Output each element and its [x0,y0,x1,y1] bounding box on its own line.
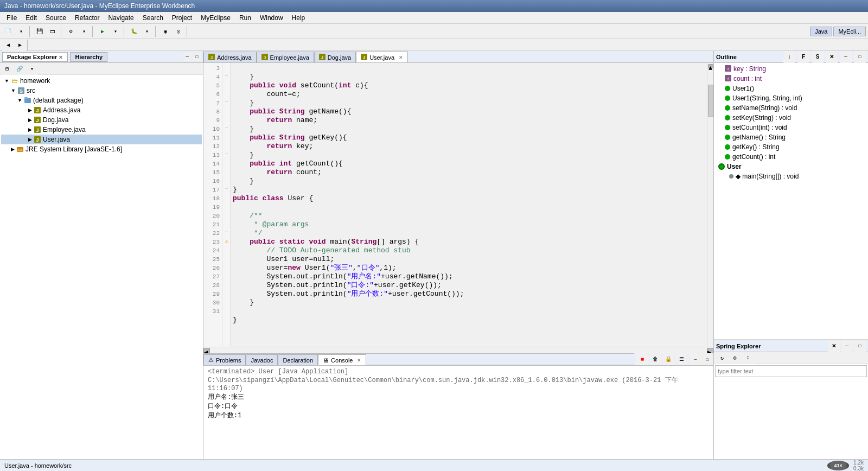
menu-myeclipse[interactable]: MyEclipse [196,13,235,23]
perspective-myeclipse[interactable]: MyEcli... [833,27,866,36]
tree-default-package[interactable]: ▼ (default package) [1,96,202,105]
tab-declaration[interactable]: Declaration [278,354,318,365]
menu-source[interactable]: Source [41,13,71,23]
spring-config-btn[interactable]: ⚙ [729,352,741,364]
menu-run[interactable]: Run [235,13,256,23]
minimize-console[interactable]: ─ [690,353,701,365]
expand-jre-icon: ▶ [11,147,15,152]
tree-src[interactable]: ▼ S src [1,86,202,96]
menu-project[interactable]: Project [168,13,196,23]
toolbar-btn4[interactable]: ▾ [78,26,90,37]
outline-constructor2[interactable]: User1(String, String, int) [715,93,867,103]
menu-edit[interactable]: Edit [21,13,41,23]
toolbar-save-all[interactable]: 🗃 [47,26,59,37]
scrollbar-up-btn[interactable]: ▲ [708,64,713,68]
toolbar-debug-dropdown[interactable]: ▾ [141,26,153,37]
outline-getname[interactable]: getName() : String [715,132,867,142]
collapse-btn-5[interactable]: − [222,98,231,106]
maximize-outline[interactable]: □ [854,51,866,63]
outline-sort-btn[interactable]: ↕ [783,51,795,63]
tab-package-explorer[interactable]: Package Explorer ✕ [2,52,68,62]
outline-setname[interactable]: setName(String) : void [715,103,867,113]
outline-count[interactable]: f count : int [715,74,867,84]
tree-dog-java[interactable]: ▶ J Dog.java [1,115,202,125]
menu-help[interactable]: Help [288,13,310,23]
scrollbar-thumb[interactable] [708,85,713,117]
console-menu-btn[interactable]: ☰ [675,353,687,365]
collapse-btn-8[interactable]: − [222,124,231,132]
outline-getkey[interactable]: getKey() : String [715,142,867,152]
collapse-all-btn[interactable]: ⊟ [1,63,13,75]
menu-window[interactable]: Window [256,13,288,23]
toolbar-new[interactable]: 📄 [2,26,14,37]
code-content[interactable]: } public void setCount(int c){ count=c; … [231,63,707,347]
tree-jre[interactable]: ▶ JRE JRE System Library [JavaSE-1.6] [1,144,202,154]
memory-indicator[interactable]: 41× [827,461,849,470]
tab-user-java[interactable]: J User.java ✕ [356,52,408,62]
tab-javadoc[interactable]: Javadoc [246,354,278,365]
outline-hide-static-btn[interactable]: S [812,51,824,63]
minimize-outline[interactable]: ─ [840,51,852,63]
menu-file[interactable]: File [2,13,21,23]
menu-refactor[interactable]: Refactor [71,13,104,23]
collapse-btn-2[interactable]: − [222,72,231,80]
minimize-spring[interactable]: ─ [841,340,853,352]
outline-constructor1[interactable]: User1() [715,84,867,93]
collapse-btn-20[interactable]: − [222,228,231,237]
scroll-left-btn[interactable]: ◀ [203,348,210,353]
maximize-console[interactable]: □ [701,353,713,365]
forward-btn[interactable]: ▶ [14,39,26,51]
back-btn[interactable]: ◀ [2,39,14,51]
toolbar-run-dropdown[interactable]: ▾ [110,26,122,37]
clear-console-btn[interactable]: 🗑 [649,353,661,365]
link-with-editor-btn[interactable]: 🔗 [14,63,25,75]
minimize-left[interactable]: ─ [183,53,191,61]
close-package-explorer-icon[interactable]: ✕ [59,55,63,60]
toolbar-save[interactable]: 💾 [34,26,46,37]
tree-homework[interactable]: ▼ 🗁 homework [1,76,202,86]
tab-dog-java[interactable]: J Dog.java [314,52,356,62]
spring-filter-input[interactable] [715,365,867,377]
tab-problems[interactable]: ⚠ Problems [203,354,246,365]
outline-setkey[interactable]: setKey(String) : void [715,113,867,123]
spring-refresh-btn[interactable]: ↻ [716,352,728,364]
spring-close-icon[interactable]: ✕ [828,340,840,352]
spring-sort-btn[interactable]: ↕ [742,352,754,364]
toolbar-btn6[interactable]: ◎ [173,26,184,37]
close-console-icon[interactable]: ✕ [357,358,361,363]
toolbar-btn2[interactable]: ▾ [15,26,27,37]
menu-navigate[interactable]: Navigate [104,13,138,23]
collapse-btn-11[interactable]: − [222,150,231,158]
tab-address-java[interactable]: J Address.java [203,52,257,62]
tree-user-java[interactable]: ▶ J User.java [1,135,202,144]
outline-main[interactable]: ◆ main(String[]) : void [715,171,867,181]
scroll-right-btn[interactable]: ▶ [707,348,713,353]
perspective-java[interactable]: Java [810,27,832,36]
menu-search[interactable]: Search [138,13,168,23]
editor-horizontal-scrollbar[interactable]: ◀ ▶ [203,347,713,353]
outline-user-class[interactable]: User [715,162,867,171]
maximize-spring[interactable]: □ [854,340,866,352]
tab-employee-java[interactable]: J Employee.java [257,52,314,62]
outline-key[interactable]: f key : String [715,64,867,74]
toolbar-debug[interactable]: 🐛 [128,26,140,37]
tree-address-java[interactable]: ▶ J Address.java [1,105,202,115]
toolbar-btn5[interactable]: ◉ [159,26,171,37]
console-scroll-lock-btn[interactable]: 🔒 [662,353,674,365]
stop-btn[interactable]: ■ [636,353,648,365]
close-user-tab-icon[interactable]: ✕ [399,55,403,60]
tree-employee-java[interactable]: ▶ J Employee.java [1,125,202,135]
collapse-btn-1[interactable] [222,63,231,72]
collapse-btn-15[interactable]: − [222,184,231,193]
pkg-menu-btn[interactable]: ▾ [26,63,38,75]
maximize-left[interactable]: □ [193,53,201,61]
outline-hide-fields-btn[interactable]: F [797,51,809,63]
tab-console[interactable]: 🖥 Console ✕ [318,354,366,365]
tab-hierarchy[interactable]: Hierarchy [70,52,107,62]
toolbar-run[interactable]: ▶ [97,26,108,37]
outline-getcount[interactable]: getCount() : int [715,152,867,162]
toolbar-btn3[interactable]: ⚙ [65,26,77,37]
outline-setcount[interactable]: setCount(int) : void [715,123,867,132]
close-outline-icon[interactable]: ✕ [826,51,838,63]
editor-vertical-scrollbar[interactable]: ▲ [707,63,713,347]
